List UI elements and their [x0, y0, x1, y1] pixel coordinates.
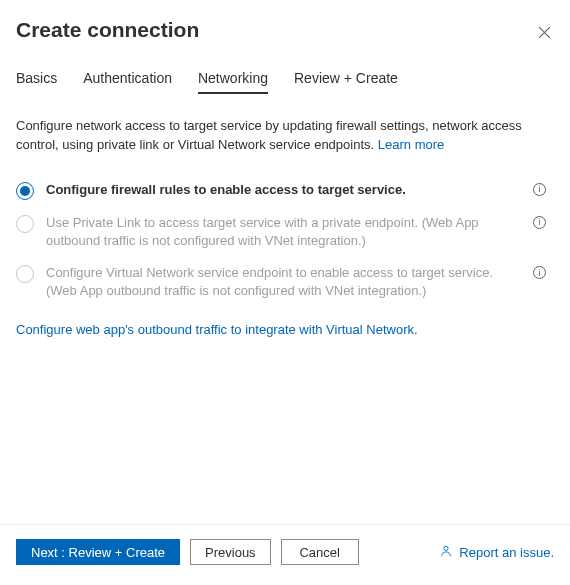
tab-review-create[interactable]: Review + Create: [294, 70, 398, 94]
person-icon: [439, 544, 453, 561]
radio-firewall[interactable]: [16, 182, 34, 200]
tab-authentication[interactable]: Authentication: [83, 70, 172, 94]
configure-outbound-link[interactable]: Configure web app's outbound traffic to …: [16, 322, 418, 337]
close-icon: [538, 26, 551, 39]
networking-options: Configure firewall rules to enable acces…: [16, 181, 554, 301]
tab-networking[interactable]: Networking: [198, 70, 268, 94]
option-private-link-label: Use Private Link to access target servic…: [46, 214, 521, 250]
option-vnet-endpoint: Configure Virtual Network service endpoi…: [16, 264, 554, 300]
learn-more-link[interactable]: Learn more: [378, 137, 444, 152]
description-text: Configure network access to target servi…: [16, 118, 522, 152]
next-button[interactable]: Next : Review + Create: [16, 539, 180, 565]
footer-bar: Next : Review + Create Previous Cancel R…: [0, 524, 570, 585]
info-icon[interactable]: i: [533, 216, 546, 229]
option-firewall[interactable]: Configure firewall rules to enable acces…: [16, 181, 554, 200]
close-button[interactable]: [534, 22, 554, 42]
option-vnet-endpoint-label: Configure Virtual Network service endpoi…: [46, 264, 521, 300]
radio-private-link: [16, 215, 34, 233]
report-issue-label: Report an issue.: [459, 545, 554, 560]
page-title: Create connection: [16, 18, 199, 42]
option-private-link: Use Private Link to access target servic…: [16, 214, 554, 250]
tab-bar: Basics Authentication Networking Review …: [16, 70, 554, 95]
cancel-button[interactable]: Cancel: [281, 539, 359, 565]
report-issue-link[interactable]: Report an issue.: [439, 544, 554, 561]
tab-basics[interactable]: Basics: [16, 70, 57, 94]
radio-vnet-endpoint: [16, 265, 34, 283]
description-block: Configure network access to target servi…: [16, 117, 554, 155]
svg-point-2: [444, 546, 448, 550]
previous-button[interactable]: Previous: [190, 539, 271, 565]
info-icon[interactable]: i: [533, 183, 546, 196]
info-icon[interactable]: i: [533, 266, 546, 279]
option-firewall-label: Configure firewall rules to enable acces…: [46, 181, 527, 199]
